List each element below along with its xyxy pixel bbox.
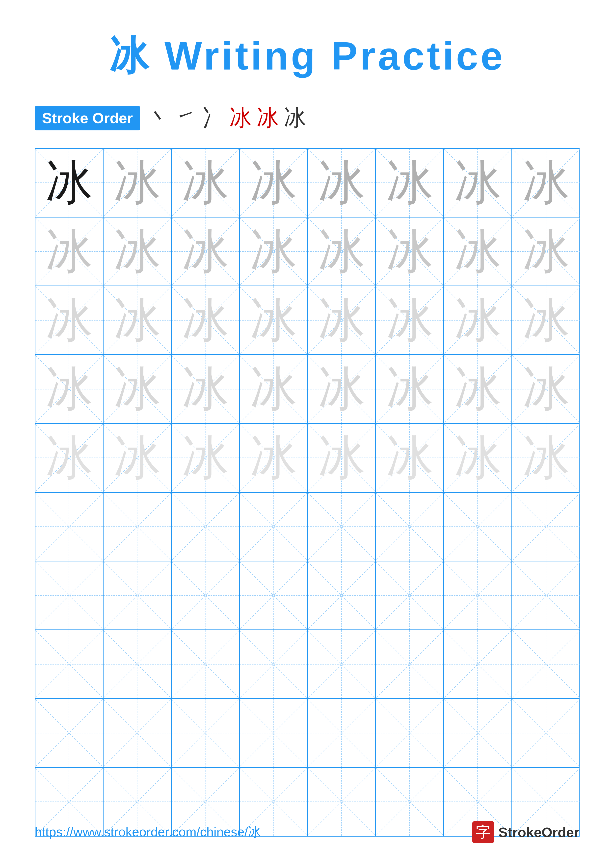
grid-cell[interactable] xyxy=(308,630,376,698)
svg-line-115 xyxy=(104,631,171,698)
grid-cell[interactable]: 冰 xyxy=(104,424,172,492)
grid-cell[interactable]: 冰 xyxy=(308,424,376,492)
grid-cell[interactable] xyxy=(376,630,444,698)
grid-cell[interactable]: 冰 xyxy=(376,149,444,217)
grid-cell[interactable] xyxy=(308,493,376,561)
practice-char: 冰 xyxy=(250,160,297,206)
grid-cell[interactable]: 冰 xyxy=(240,217,308,285)
practice-char: 冰 xyxy=(250,434,297,482)
grid-cell[interactable]: 冰 xyxy=(172,286,240,354)
grid-cell[interactable]: 冰 xyxy=(36,424,104,492)
grid-cell[interactable]: 冰 xyxy=(104,355,172,423)
grid-cell[interactable]: 冰 xyxy=(444,424,512,492)
grid-cell[interactable]: 冰 xyxy=(512,286,580,354)
grid-cell[interactable]: 冰 xyxy=(172,424,240,492)
practice-char: 冰 xyxy=(45,434,93,482)
svg-line-127 xyxy=(512,630,580,698)
grid-cell[interactable]: 冰 xyxy=(104,217,172,285)
grid-cell[interactable] xyxy=(240,493,308,561)
grid-cell[interactable] xyxy=(444,493,512,561)
grid-cell[interactable]: 冰 xyxy=(36,217,104,285)
grid-cell[interactable] xyxy=(36,561,104,629)
grid-cell[interactable] xyxy=(172,630,240,698)
grid-cell[interactable]: 冰 xyxy=(444,286,512,354)
grid-cell[interactable] xyxy=(36,493,104,561)
grid-cell[interactable]: 冰 xyxy=(376,286,444,354)
cell-guides xyxy=(376,561,443,629)
practice-char: 冰 xyxy=(250,366,297,413)
grid-cell[interactable] xyxy=(512,699,580,767)
svg-line-117 xyxy=(172,631,239,698)
grid-cell[interactable]: 冰 xyxy=(240,355,308,423)
grid-cell[interactable] xyxy=(104,561,172,629)
grid-cell[interactable] xyxy=(104,493,172,561)
cell-guides xyxy=(104,493,171,561)
grid-cell[interactable]: 冰 xyxy=(172,355,240,423)
grid-cell[interactable] xyxy=(240,630,308,698)
svg-line-96 xyxy=(36,562,103,629)
grid-cell[interactable] xyxy=(308,699,376,767)
grid-cell[interactable]: 冰 xyxy=(172,217,240,285)
grid-cell[interactable]: 冰 xyxy=(240,424,308,492)
grid-cell[interactable]: 冰 xyxy=(444,355,512,423)
svg-line-128 xyxy=(36,699,103,767)
grid-cell[interactable] xyxy=(308,561,376,629)
grid-cell[interactable]: 冰 xyxy=(240,149,308,217)
grid-cell[interactable]: 冰 xyxy=(36,149,104,217)
grid-cell[interactable]: 冰 xyxy=(376,217,444,285)
strokeorder-logo-icon: 字 xyxy=(472,821,494,843)
grid-cell[interactable] xyxy=(444,561,512,629)
grid-cell[interactable] xyxy=(104,630,172,698)
grid-cell[interactable]: 冰 xyxy=(512,424,580,492)
grid-cell[interactable] xyxy=(512,493,580,561)
grid-row-7 xyxy=(36,561,579,630)
svg-line-124 xyxy=(444,631,511,698)
grid-cell[interactable] xyxy=(172,561,240,629)
grid-cell[interactable]: 冰 xyxy=(512,149,580,217)
svg-line-85 xyxy=(172,493,239,560)
grid-cell[interactable]: 冰 xyxy=(444,217,512,285)
svg-line-138 xyxy=(376,699,443,767)
grid-cell[interactable] xyxy=(376,493,444,561)
grid-cell[interactable]: 冰 xyxy=(512,355,580,423)
grid-cell[interactable] xyxy=(376,699,444,767)
grid-cell[interactable]: 冰 xyxy=(444,149,512,217)
grid-cell[interactable] xyxy=(36,630,104,698)
grid-cell[interactable] xyxy=(240,561,308,629)
grid-cell[interactable] xyxy=(172,493,240,561)
grid-cell[interactable]: 冰 xyxy=(376,355,444,423)
grid-cell[interactable] xyxy=(240,699,308,767)
cell-guides xyxy=(172,630,239,698)
svg-line-89 xyxy=(308,493,375,560)
grid-cell[interactable]: 冰 xyxy=(308,149,376,217)
svg-line-139 xyxy=(376,699,443,767)
grid-cell[interactable] xyxy=(444,630,512,698)
grid-cell[interactable]: 冰 xyxy=(240,286,308,354)
svg-line-135 xyxy=(240,699,307,767)
grid-cell[interactable] xyxy=(376,561,444,629)
svg-line-101 xyxy=(172,562,239,629)
grid-cell[interactable] xyxy=(104,699,172,767)
svg-line-123 xyxy=(376,631,443,698)
grid-cell[interactable]: 冰 xyxy=(308,286,376,354)
grid-cell[interactable]: 冰 xyxy=(172,149,240,217)
grid-cell[interactable] xyxy=(36,699,104,767)
grid-cell[interactable] xyxy=(172,699,240,767)
grid-cell[interactable] xyxy=(512,561,580,629)
grid-cell[interactable]: 冰 xyxy=(36,355,104,423)
practice-char: 冰 xyxy=(182,160,229,206)
grid-row-5: 冰 冰 冰 冰 冰 冰 冰 xyxy=(36,424,579,493)
grid-cell[interactable] xyxy=(512,630,580,698)
cell-guides xyxy=(444,493,511,561)
grid-cell[interactable]: 冰 xyxy=(308,355,376,423)
grid-cell[interactable] xyxy=(444,699,512,767)
grid-cell[interactable]: 冰 xyxy=(104,286,172,354)
svg-line-86 xyxy=(240,493,307,560)
grid-cell[interactable]: 冰 xyxy=(104,149,172,217)
title-english: Writing Practice xyxy=(151,34,505,78)
grid-cell[interactable]: 冰 xyxy=(308,217,376,285)
grid-cell[interactable]: 冰 xyxy=(376,424,444,492)
practice-char: 冰 xyxy=(454,434,501,482)
grid-cell[interactable]: 冰 xyxy=(36,286,104,354)
grid-cell[interactable]: 冰 xyxy=(512,217,580,285)
